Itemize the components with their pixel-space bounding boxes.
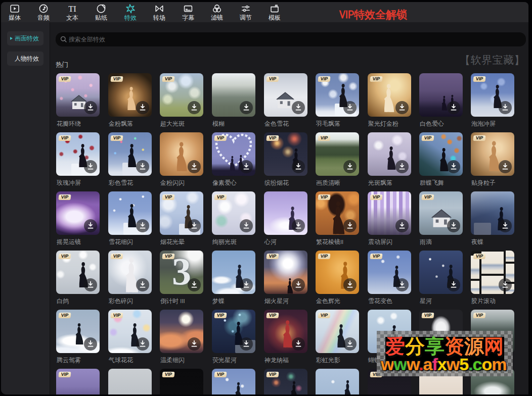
svg-text:TI: TI bbox=[68, 4, 76, 14]
